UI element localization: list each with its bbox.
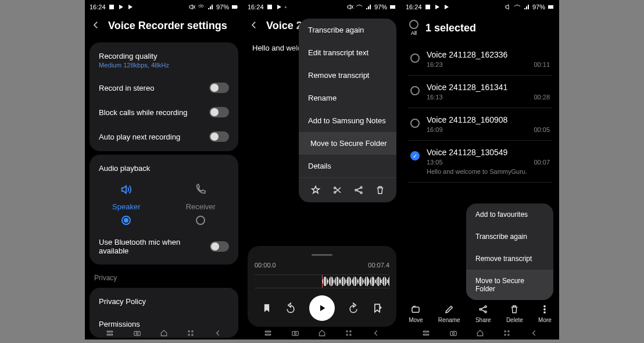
menu-transcribe-again[interactable]: Transcribe again — [299, 19, 396, 41]
nav-home-icon[interactable] — [160, 329, 168, 337]
menu-favourites[interactable]: Add to favourites — [466, 203, 553, 226]
speaker-option[interactable]: Speaker — [112, 183, 140, 225]
mute-icon — [346, 3, 353, 10]
menu-edit-transcript[interactable]: Edit transcript text — [299, 41, 396, 64]
svg-rect-1 — [232, 5, 237, 9]
select-circle[interactable] — [410, 53, 420, 63]
svg-point-38 — [452, 333, 455, 335]
svg-point-7 — [188, 331, 189, 332]
nav-home-icon[interactable] — [318, 329, 326, 337]
select-all-circle[interactable] — [409, 20, 418, 29]
bookmark-icon[interactable] — [261, 302, 273, 314]
rewind-icon[interactable] — [285, 302, 296, 314]
header: Voice Recorder settings — [85, 13, 243, 39]
nav-drawer-icon[interactable] — [422, 329, 430, 337]
select-all-label: All — [411, 30, 417, 36]
trash-icon[interactable] — [375, 185, 385, 195]
svg-point-29 — [480, 309, 481, 310]
more-button[interactable]: More — [538, 304, 552, 323]
menu-details[interactable]: Details — [299, 155, 396, 177]
play-button[interactable] — [309, 295, 335, 321]
move-button[interactable]: Move — [409, 304, 423, 323]
waveform[interactable] — [255, 274, 389, 288]
recording-quality-row[interactable]: Recording quality Medium 128kbps, 48kHz — [90, 45, 238, 76]
receiver-radio[interactable] — [196, 216, 205, 225]
select-circle[interactable] — [410, 86, 420, 95]
stereo-toggle[interactable] — [209, 83, 229, 93]
recording-row[interactable]: Voice 241128_160908 16:0900:05 — [408, 108, 552, 141]
select-circle[interactable] — [410, 151, 420, 160]
save-bookmark-icon[interactable] — [371, 302, 383, 314]
nav-back-icon[interactable] — [530, 329, 538, 337]
menu-rename[interactable]: Rename — [299, 87, 396, 109]
privacy-policy-row[interactable]: Privacy Policy — [90, 290, 238, 313]
menu-transcribe[interactable]: Transcribe again — [466, 226, 553, 248]
nav-back-icon[interactable] — [372, 329, 380, 337]
star-icon[interactable] — [310, 185, 321, 195]
status-time: 16:24 — [406, 3, 422, 10]
menu-remove-transcript[interactable]: Remove transcript — [466, 248, 553, 270]
block-calls-row[interactable]: Block calls while recording — [90, 100, 238, 124]
recording-quality-detail: Medium 128kbps, 48kHz — [99, 62, 169, 69]
pic-icon — [424, 3, 431, 10]
recording-duration: 00:05 — [534, 126, 550, 133]
bluetooth-toggle[interactable] — [210, 241, 229, 252]
audio-playback-label: Audio playback — [90, 157, 238, 180]
drag-handle[interactable] — [312, 254, 332, 256]
svg-rect-5 — [134, 331, 140, 335]
menu-remove-transcript[interactable]: Remove transcript — [299, 64, 396, 87]
receiver-option[interactable]: Receiver — [186, 183, 216, 225]
autoplay-row[interactable]: Auto play next recording — [90, 124, 238, 149]
share-icon[interactable] — [353, 185, 364, 195]
back-button[interactable] — [249, 20, 259, 32]
forward-icon[interactable] — [348, 302, 359, 314]
select-circle[interactable] — [410, 119, 420, 128]
menu-add-notes[interactable]: Add to Samsung Notes — [299, 109, 396, 132]
nav-apps-icon[interactable] — [503, 329, 511, 337]
status-time: 16:24 — [90, 3, 106, 10]
svg-rect-26 — [425, 5, 430, 9]
bottom-bar: Move Rename Share Delete More — [401, 301, 559, 327]
select-all[interactable]: All — [409, 20, 418, 36]
nav-camera-icon[interactable] — [449, 329, 457, 337]
recording-row[interactable]: Voice 241128_162336 16:2300:11 — [408, 43, 552, 76]
recording-row[interactable]: Voice 241128_161341 16:1300:28 — [408, 76, 552, 108]
svg-rect-35 — [424, 331, 429, 333]
dot-icon: • — [285, 3, 287, 10]
nav-camera-icon[interactable] — [133, 329, 141, 337]
svg-point-40 — [508, 331, 509, 332]
delete-button[interactable]: Delete — [506, 304, 523, 323]
nav-back-icon[interactable] — [214, 329, 222, 337]
svg-point-31 — [485, 311, 486, 313]
privacy-section: Privacy — [85, 268, 243, 284]
signal-icon — [523, 3, 530, 10]
speaker-radio[interactable] — [121, 216, 131, 225]
nav-drawer-icon[interactable] — [264, 329, 272, 337]
stereo-row[interactable]: Record in stereo — [90, 76, 238, 100]
svg-point-33 — [544, 309, 545, 310]
svg-point-10 — [192, 334, 193, 335]
nav-camera-icon[interactable] — [291, 329, 299, 337]
nav-apps-icon[interactable] — [345, 329, 353, 337]
menu-secure-folder[interactable]: Move to Secure Folder — [299, 132, 396, 155]
bluetooth-row[interactable]: Use Bluetooth mic when available — [90, 231, 238, 262]
block-calls-toggle[interactable] — [209, 107, 229, 117]
nav-home-icon[interactable] — [476, 329, 484, 337]
time-end: 00:07.4 — [368, 262, 389, 269]
wifi-icon — [356, 3, 363, 10]
back-button[interactable] — [91, 20, 101, 32]
context-menu: Add to favourites Transcribe again Remov… — [466, 203, 553, 300]
scissors-icon[interactable] — [332, 185, 342, 195]
share-button[interactable]: Share — [475, 304, 491, 323]
nav-drawer-icon[interactable] — [106, 329, 114, 337]
autoplay-toggle[interactable] — [209, 131, 229, 142]
rename-button[interactable]: Rename — [438, 304, 460, 323]
signal-icon — [207, 3, 214, 10]
battery-icon — [548, 3, 554, 10]
play-icon — [117, 3, 124, 10]
svg-point-39 — [505, 331, 506, 332]
recording-row[interactable]: Voice 241128_130549 13:0500:07 Hello and… — [408, 141, 552, 183]
menu-secure-folder[interactable]: Move to Secure Folder — [466, 270, 553, 300]
recording-time: 16:09 — [427, 126, 443, 133]
nav-apps-icon[interactable] — [187, 329, 195, 337]
